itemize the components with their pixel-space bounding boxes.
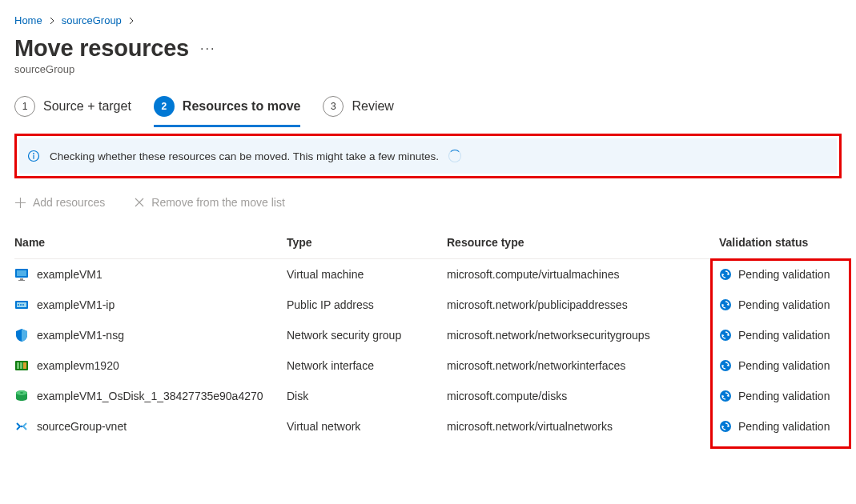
svg-point-7: [720, 269, 731, 280]
remove-from-list-label: Remove from the move list: [151, 196, 285, 209]
chevron-right-icon: [128, 13, 135, 29]
spinner-icon: [448, 150, 461, 162]
chevron-right-icon: [49, 13, 55, 29]
status-text: Pending validation: [738, 359, 830, 372]
table-row[interactable]: exampleVM1_OsDisk_1_38427735e90a4270: [14, 381, 287, 411]
resource-type-id: microsoft.network/networksecuritygroups: [447, 320, 719, 350]
vm-icon: [14, 267, 29, 282]
page-subtitle: sourceGroup: [14, 63, 842, 75]
resource-type-friendly: Virtual network: [287, 411, 447, 442]
step-number-badge: 3: [323, 96, 344, 117]
svg-point-10: [18, 304, 19, 306]
validation-status: Pending validation: [719, 350, 847, 381]
status-text: Pending validation: [738, 329, 830, 342]
resource-type-friendly: Virtual machine: [287, 259, 447, 290]
resource-type-friendly: Network interface: [287, 350, 447, 381]
breadcrumb-home[interactable]: Home: [14, 13, 42, 29]
svg-point-12: [22, 304, 24, 306]
more-actions-button[interactable]: ···: [200, 42, 215, 56]
step-3[interactable]: 3Review: [323, 96, 393, 127]
svg-rect-16: [17, 362, 19, 369]
resource-name: examplevm1920: [37, 359, 119, 372]
nsg-icon: [14, 328, 29, 342]
resource-type-id: microsoft.compute/virtualmachines: [447, 259, 719, 290]
col-type[interactable]: Type: [287, 230, 447, 259]
col-resource-type[interactable]: Resource type: [447, 230, 719, 259]
resource-type-friendly: Public IP address: [287, 290, 447, 320]
status-text: Pending validation: [738, 298, 830, 311]
sync-icon: [719, 329, 732, 342]
resource-type-friendly: Network security group: [287, 320, 447, 350]
step-label: Resources to move: [183, 99, 301, 114]
step-label: Source + target: [43, 99, 131, 114]
nic-icon: [14, 358, 29, 373]
page-title: Move resources: [14, 35, 189, 62]
step-label: Review: [352, 99, 393, 114]
resource-name: exampleVM1-ip: [37, 298, 115, 311]
notice-highlight: Checking whether these resources can be …: [14, 134, 842, 178]
public-ip-icon: [14, 298, 29, 312]
notice-text: Checking whether these resources can be …: [50, 150, 439, 162]
svg-point-25: [720, 421, 731, 432]
svg-point-11: [20, 304, 22, 306]
resource-type-friendly: Disk: [287, 381, 447, 411]
step-number-badge: 1: [14, 96, 35, 117]
validation-status: Pending validation: [719, 320, 847, 350]
breadcrumb-source-group[interactable]: sourceGroup: [62, 13, 122, 29]
table-row[interactable]: examplevm1920: [14, 350, 287, 381]
svg-point-23: [720, 390, 731, 402]
svg-point-13: [720, 299, 731, 310]
wizard-stepper: 1Source + target2Resources to move3Revie…: [14, 96, 842, 127]
col-validation-status[interactable]: Validation status: [719, 230, 847, 259]
vnet-icon: [14, 419, 29, 434]
validation-status: Pending validation: [719, 290, 847, 320]
breadcrumb: Home sourceGroup: [14, 10, 842, 32]
svg-rect-17: [20, 362, 22, 369]
col-name[interactable]: Name: [14, 230, 287, 259]
svg-point-14: [720, 330, 731, 341]
status-text: Pending validation: [738, 390, 830, 402]
table-row[interactable]: exampleVM1-ip: [14, 290, 287, 320]
svg-point-1: [33, 153, 34, 154]
table-row[interactable]: exampleVM1-nsg: [14, 320, 287, 350]
validation-status: Pending validation: [719, 381, 847, 411]
add-resources-button[interactable]: Add resources: [14, 196, 105, 209]
sync-icon: [719, 359, 732, 372]
status-text: Pending validation: [738, 420, 830, 433]
table-row[interactable]: exampleVM1: [14, 259, 287, 290]
disk-icon: [14, 389, 29, 403]
remove-from-list-button[interactable]: Remove from the move list: [134, 196, 285, 209]
sync-icon: [719, 390, 732, 402]
resource-type-id: microsoft.network/publicipaddresses: [447, 290, 719, 320]
resource-type-id: microsoft.network/networkinterfaces: [447, 350, 719, 381]
svg-rect-18: [23, 362, 26, 369]
step-2[interactable]: 2Resources to move: [154, 96, 301, 127]
step-number-badge: 2: [154, 96, 175, 117]
table-row[interactable]: sourceGroup-vnet: [14, 411, 287, 442]
resources-table: Name Type Resource type Validation statu…: [14, 230, 842, 442]
sync-icon: [719, 298, 732, 311]
svg-rect-6: [18, 280, 25, 281]
resource-name: sourceGroup-vnet: [37, 420, 127, 433]
toolbar: Add resources Remove from the move list: [14, 196, 842, 209]
status-text: Pending validation: [738, 268, 830, 281]
resource-name: exampleVM1_OsDisk_1_38427735e90a4270: [37, 390, 263, 402]
resource-name: exampleVM1: [37, 268, 102, 281]
sync-icon: [719, 420, 732, 433]
svg-rect-5: [20, 278, 23, 280]
validation-status: Pending validation: [719, 411, 847, 442]
svg-point-19: [720, 360, 731, 371]
svg-rect-2: [33, 155, 34, 159]
svg-point-24: [21, 426, 23, 428]
validation-status: Pending validation: [719, 259, 847, 290]
sync-icon: [719, 268, 732, 281]
resource-type-id: microsoft.compute/disks: [447, 381, 719, 411]
add-resources-label: Add resources: [33, 196, 105, 209]
resource-name: exampleVM1-nsg: [37, 329, 124, 342]
validation-notice: Checking whether these resources can be …: [19, 138, 837, 174]
info-icon: [27, 150, 40, 162]
resource-type-id: microsoft.network/virtualnetworks: [447, 411, 719, 442]
svg-point-22: [20, 392, 23, 394]
step-1[interactable]: 1Source + target: [14, 96, 131, 127]
svg-rect-4: [17, 270, 26, 276]
